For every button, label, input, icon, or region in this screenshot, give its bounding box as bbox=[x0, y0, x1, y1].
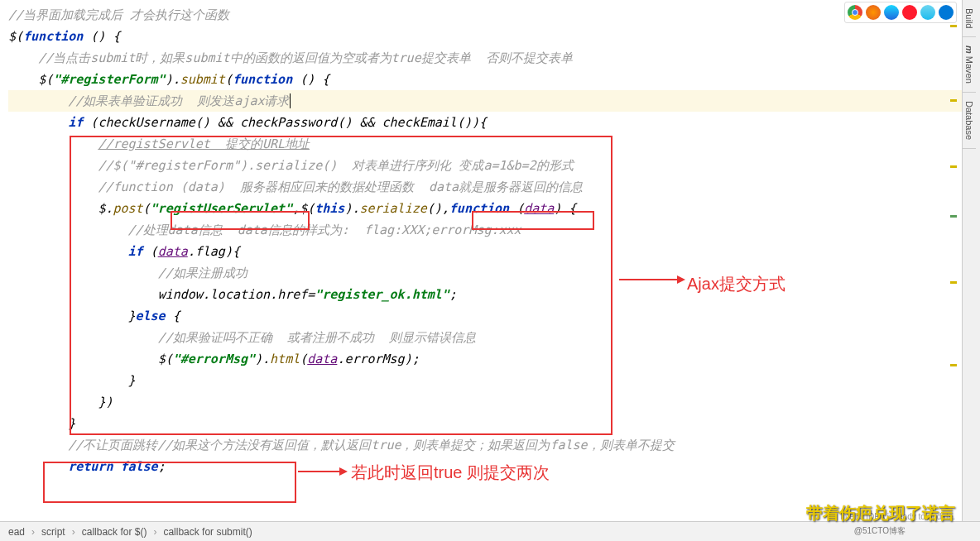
opera-icon[interactable] bbox=[902, 5, 917, 20]
comment: //当界面加载完成后 才会执行这个函数 bbox=[8, 7, 229, 22]
code-editor[interactable]: //当界面加载完成后 才会执行这个函数 $(function () { //当点… bbox=[0, 0, 980, 481]
arrow-icon bbox=[298, 463, 348, 483]
watermark: 带着伤疤兑现了诺言 bbox=[806, 502, 955, 524]
crumb-item[interactable]: callback for $() bbox=[74, 526, 156, 538]
status-sub: @51CTO博客 bbox=[854, 525, 906, 537]
browser-preview-panel bbox=[844, 2, 957, 23]
crumb-item[interactable]: callback for submit() bbox=[155, 526, 260, 538]
right-sidebar: Build m Maven Database bbox=[962, 0, 980, 541]
crumb-item[interactable]: ead bbox=[0, 526, 33, 538]
firefox-icon[interactable] bbox=[866, 5, 881, 20]
safari-icon[interactable] bbox=[884, 5, 899, 20]
svg-marker-1 bbox=[677, 275, 685, 284]
text-cursor bbox=[290, 93, 291, 108]
comment: //当点击submit时，如果submit中的函数的返回值为空或者为true提交… bbox=[38, 50, 573, 65]
crumb-item[interactable]: script bbox=[33, 526, 74, 538]
arrow-icon bbox=[619, 271, 685, 291]
annotation-return: 若此时返回true 则提交两次 bbox=[351, 462, 550, 484]
chrome-icon[interactable] bbox=[848, 5, 862, 20]
gutter-marks bbox=[949, 0, 957, 541]
annotation-ajax: Ajax提交方式 bbox=[687, 273, 785, 295]
highlighted-line: //如果表单验证成功 则发送ajax请求 bbox=[8, 90, 972, 112]
svg-marker-3 bbox=[339, 467, 348, 476]
sidebar-tab-maven[interactable]: m Maven bbox=[963, 37, 976, 93]
sidebar-tab-build[interactable]: Build bbox=[963, 0, 976, 37]
sidebar-tab-database[interactable]: Database bbox=[963, 93, 976, 149]
ie-icon[interactable] bbox=[920, 5, 935, 20]
